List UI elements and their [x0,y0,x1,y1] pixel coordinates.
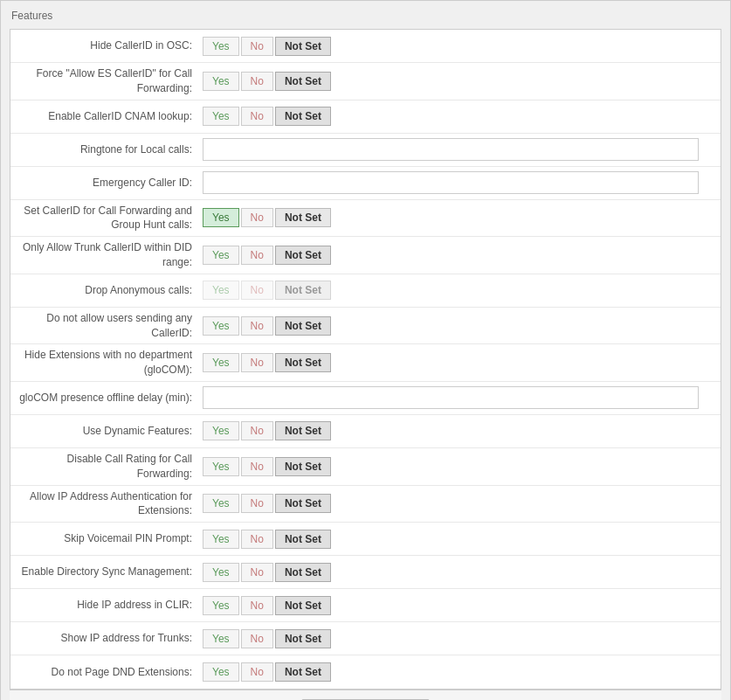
btn-no-allow-ip-address-auth[interactable]: No [241,494,273,513]
btn-yes-force-allow-es-callerid[interactable]: Yes [203,72,239,91]
btn-no-enable-directory-sync[interactable]: No [241,563,273,582]
form-row-drop-anonymous-calls: Drop Anonymous calls:YesNoNot Set [10,274,721,308]
text-input-glocom-presence-offline-delay[interactable] [203,386,699,409]
row-label-do-not-page-dnd: Do not Page DND Extensions: [19,665,203,680]
row-label-emergency-caller-id: Emergency Caller ID: [19,176,203,191]
btn-notset-hide-ip-clir[interactable]: Not Set [275,596,331,615]
btn-yes-use-dynamic-features[interactable]: Yes [203,421,239,440]
form-row-do-not-page-dnd: Do not Page DND Extensions:YesNoNot Set [10,655,721,689]
btn-yes-hide-extensions-no-department[interactable]: Yes [203,353,239,372]
btn-notset-skip-voicemail-pin[interactable]: Not Set [275,530,331,549]
row-controls-hide-extensions-no-department: YesNoNot Set [203,353,331,372]
btn-notset-do-not-page-dnd[interactable]: Not Set [275,662,331,682]
form-row-show-ip-trunks: Show IP address for Trunks:YesNoNot Set [10,622,721,655]
row-label-hide-callerid-osc: Hide CallerID in OSC: [19,38,203,53]
btn-yes-only-allow-trunk-callerid[interactable]: Yes [203,246,239,265]
btn-no-drop-anonymous-calls: No [241,281,273,300]
btn-notset-show-ip-trunks[interactable]: Not Set [275,629,331,648]
btn-yes-skip-voicemail-pin[interactable]: Yes [203,530,239,549]
btn-notset-enable-directory-sync[interactable]: Not Set [275,563,331,582]
btn-notset-drop-anonymous-calls: Not Set [275,281,331,300]
row-controls-drop-anonymous-calls: YesNoNot Set [203,281,331,300]
btn-notset-set-callerid-forwarding[interactable]: Not Set [275,208,331,227]
row-controls-set-callerid-forwarding: YesNoNot Set [203,208,331,227]
btn-no-only-allow-trunk-callerid[interactable]: No [241,246,273,265]
btn-notset-use-dynamic-features[interactable]: Not Set [275,421,331,440]
row-label-glocom-presence-offline-delay: gloCOM presence offline delay (min): [19,391,203,405]
form-row-hide-ip-clir: Hide IP address in CLIR:YesNoNot Set [10,589,721,622]
btn-no-skip-voicemail-pin[interactable]: No [241,530,273,549]
row-label-hide-ip-clir: Hide IP address in CLIR: [19,598,203,613]
row-controls-enable-callerid-cnam: YesNoNot Set [203,107,331,126]
row-label-skip-voicemail-pin: Skip Voicemail PIN Prompt: [19,531,203,546]
form-row-allow-ip-address-auth: Allow IP Address Authentication for Exte… [10,486,721,523]
form-row-hide-callerid-osc: Hide CallerID in OSC:YesNoNot Set [10,30,721,63]
text-input-emergency-caller-id[interactable] [203,171,699,194]
row-label-enable-directory-sync: Enable Directory Sync Management: [19,565,203,579]
row-controls-do-not-allow-sending-callerid: YesNoNot Set [203,316,331,336]
row-controls-only-allow-trunk-callerid: YesNoNot Set [203,246,331,265]
form-row-disable-call-rating: Disable Call Rating for Call Forwarding:… [10,448,721,486]
btn-no-force-allow-es-callerid[interactable]: No [241,72,273,91]
row-controls-show-ip-trunks: YesNoNot Set [203,629,331,648]
bottom-bar: ⚙ Other networks [10,690,721,700]
row-label-allow-ip-address-auth: Allow IP Address Authentication for Exte… [19,489,203,519]
btn-no-enable-callerid-cnam[interactable]: No [241,107,273,126]
form-row-force-allow-es-callerid: Force "Allow ES CallerID" for Call Forwa… [10,63,721,100]
row-label-set-callerid-forwarding: Set CallerID for Call Forwarding and Gro… [19,204,203,233]
row-label-enable-callerid-cnam: Enable CallerID CNAM lookup: [19,109,203,124]
row-controls-use-dynamic-features: YesNoNot Set [203,421,331,440]
btn-notset-force-allow-es-callerid[interactable]: Not Set [275,72,331,91]
btn-notset-only-allow-trunk-callerid[interactable]: Not Set [275,246,331,265]
row-controls-force-allow-es-callerid: YesNoNot Set [203,72,331,91]
btn-notset-disable-call-rating[interactable]: Not Set [275,457,331,476]
btn-yes-show-ip-trunks[interactable]: Yes [203,629,239,648]
btn-no-disable-call-rating[interactable]: No [241,457,273,476]
btn-notset-allow-ip-address-auth[interactable]: Not Set [275,494,331,513]
row-label-force-allow-es-callerid: Force "Allow ES CallerID" for Call Forwa… [19,66,203,96]
btn-no-use-dynamic-features[interactable]: No [241,421,273,440]
form-row-set-callerid-forwarding: Set CallerID for Call Forwarding and Gro… [10,200,721,238]
btn-yes-enable-callerid-cnam[interactable]: Yes [203,107,239,126]
row-label-drop-anonymous-calls: Drop Anonymous calls: [19,283,203,298]
btn-no-hide-ip-clir[interactable]: No [241,596,273,615]
row-label-show-ip-trunks: Show IP address for Trunks: [19,631,203,646]
btn-yes-allow-ip-address-auth[interactable]: Yes [203,494,239,513]
btn-notset-hide-extensions-no-department[interactable]: Not Set [275,353,331,372]
btn-yes-hide-callerid-osc[interactable]: Yes [203,37,239,56]
btn-yes-disable-call-rating[interactable]: Yes [203,457,239,476]
btn-yes-enable-directory-sync[interactable]: Yes [203,563,239,582]
btn-yes-do-not-page-dnd[interactable]: Yes [203,662,239,682]
row-label-do-not-allow-sending-callerid: Do not allow users sending any CallerID: [19,311,203,341]
row-label-disable-call-rating: Disable Call Rating for Call Forwarding: [19,452,203,482]
btn-no-do-not-page-dnd[interactable]: No [241,662,273,682]
btn-no-hide-callerid-osc[interactable]: No [241,37,273,56]
row-label-ringtone-local-calls: Ringtone for Local calls: [19,142,203,157]
text-input-ringtone-local-calls[interactable] [203,138,699,161]
btn-yes-do-not-allow-sending-callerid[interactable]: Yes [203,316,239,336]
form-row-skip-voicemail-pin: Skip Voicemail PIN Prompt:YesNoNot Set [10,523,721,556]
form-row-emergency-caller-id: Emergency Caller ID: [10,167,721,200]
btn-yes-hide-ip-clir[interactable]: Yes [203,596,239,615]
btn-no-do-not-allow-sending-callerid[interactable]: No [241,316,273,336]
btn-notset-enable-callerid-cnam[interactable]: Not Set [275,107,331,126]
form-row-only-allow-trunk-callerid: Only Allow Trunk CallerID within DID ran… [10,237,721,274]
form-row-ringtone-local-calls: Ringtone for Local calls: [10,134,721,167]
form-row-hide-extensions-no-department: Hide Extensions with no department (gloC… [10,344,721,382]
btn-notset-hide-callerid-osc[interactable]: Not Set [275,37,331,56]
row-controls-allow-ip-address-auth: YesNoNot Set [203,494,331,513]
btn-yes-set-callerid-forwarding[interactable]: Yes [203,208,239,227]
section-title: Features [10,10,721,22]
btn-notset-do-not-allow-sending-callerid[interactable]: Not Set [275,316,331,336]
btn-no-set-callerid-forwarding[interactable]: No [241,208,273,227]
row-controls-skip-voicemail-pin: YesNoNot Set [203,530,331,549]
features-panel: Hide CallerID in OSC:YesNoNot SetForce "… [10,29,721,690]
main-container: Features Hide CallerID in OSC:YesNoNot S… [0,0,731,700]
form-row-enable-callerid-cnam: Enable CallerID CNAM lookup:YesNoNot Set [10,100,721,134]
row-controls-enable-directory-sync: YesNoNot Set [203,563,331,582]
row-controls-disable-call-rating: YesNoNot Set [203,457,331,476]
btn-no-show-ip-trunks[interactable]: No [241,629,273,648]
row-label-use-dynamic-features: Use Dynamic Features: [19,424,203,439]
btn-no-hide-extensions-no-department[interactable]: No [241,353,273,372]
row-label-only-allow-trunk-callerid: Only Allow Trunk CallerID within DID ran… [19,240,203,270]
